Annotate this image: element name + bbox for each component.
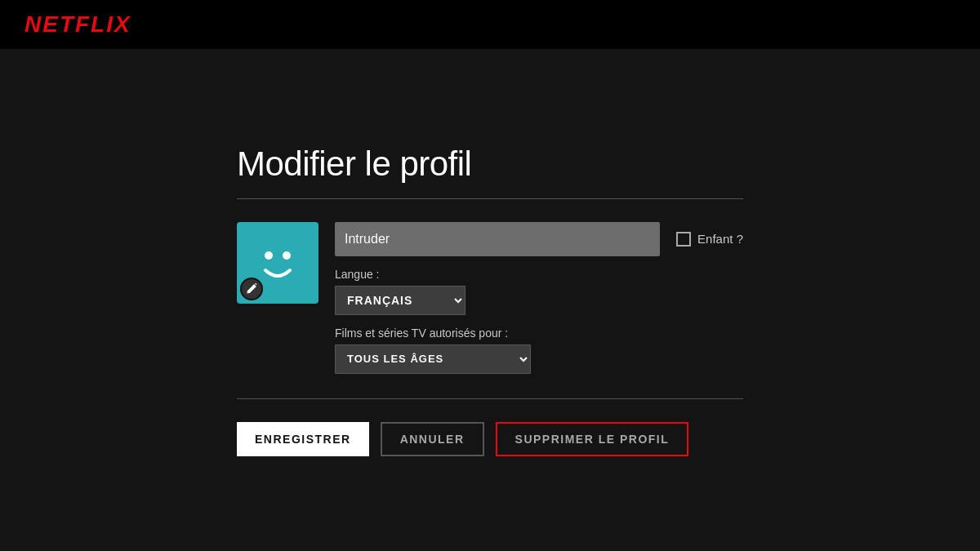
enfant-checkbox[interactable] [676,232,691,247]
svg-marker-2 [247,284,256,293]
svg-point-0 [265,251,273,260]
profile-fields: Enfant ? Langue : FRANÇAIS ENGLISH ESPAÑ… [335,222,743,374]
rating-select[interactable]: TOUS LES ÂGES ADULTES ADOLESCENTS ENFANT… [335,344,531,374]
profile-name-input[interactable] [335,222,660,256]
page-title: Modifier le profil [237,144,743,184]
langue-select[interactable]: FRANÇAIS ENGLISH ESPAÑOL DEUTSCH ITALIAN… [335,286,466,315]
action-buttons: ENREGISTRER ANNULER SUPPRIMER LE PROFIL [237,422,743,456]
delete-profile-button[interactable]: SUPPRIMER LE PROFIL [496,422,689,456]
avatar-container [237,222,318,304]
netflix-logo: NETFLIX [24,11,131,38]
header: NETFLIX [0,0,980,49]
form-container: Modifier le profil [237,144,743,456]
save-button[interactable]: ENREGISTRER [237,422,369,456]
pencil-icon [246,283,257,295]
svg-point-1 [283,251,291,260]
rating-section: Films et séries TV autorisés pour : TOUS… [335,327,743,374]
top-divider [237,198,743,199]
bottom-divider [237,398,743,399]
main-content: Modifier le profil [0,49,980,551]
cancel-button[interactable]: ANNULER [381,422,484,456]
enfant-label: Enfant ? [676,232,743,247]
langue-section: Langue : FRANÇAIS ENGLISH ESPAÑOL DEUTSC… [335,268,743,315]
profile-row: Enfant ? Langue : FRANÇAIS ENGLISH ESPAÑ… [237,222,743,374]
langue-label: Langue : [335,268,743,281]
rating-label: Films et séries TV autorisés pour : [335,327,743,340]
edit-avatar-button[interactable] [240,278,263,300]
name-row: Enfant ? [335,222,743,256]
